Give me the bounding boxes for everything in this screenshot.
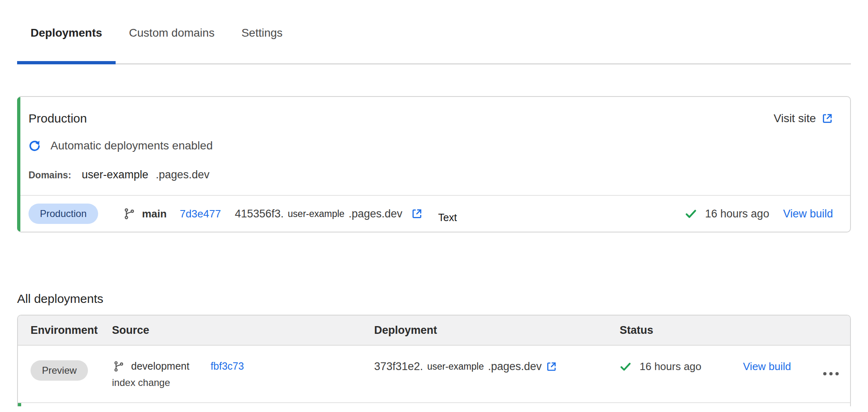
git-branch-icon: [113, 361, 125, 372]
row-menu-button[interactable]: [822, 371, 840, 378]
deploy-time: 16 hours ago: [640, 360, 701, 373]
external-link-icon: [411, 208, 423, 219]
view-build-link[interactable]: View build: [783, 208, 833, 220]
column-deployment: Deployment: [374, 324, 620, 337]
commit-link[interactable]: fbf3c73: [210, 360, 244, 372]
production-card: Production Visit site Automat: [17, 96, 851, 232]
column-source: Source: [112, 324, 374, 337]
production-card-top: Production Visit site Automat: [17, 97, 850, 195]
deployment-url-suffix: .pages.dev: [488, 360, 541, 373]
refresh-icon: [28, 140, 41, 152]
column-status: Status: [620, 324, 850, 337]
deployment-url-name: user-example: [288, 208, 344, 219]
deployment-url-name: user-example: [427, 361, 484, 372]
deploy-time: 16 hours ago: [705, 208, 769, 220]
environment-badge: Production: [28, 204, 98, 224]
view-build-link[interactable]: View build: [743, 360, 791, 373]
tab-deployments[interactable]: Deployments: [17, 0, 116, 64]
column-environment: Environment: [31, 324, 112, 337]
deployment-url-suffix: .pages.dev: [349, 208, 402, 220]
external-link-icon: [546, 361, 557, 372]
commit-message: index change: [112, 377, 374, 388]
external-link-icon: [822, 113, 833, 124]
domain-suffix: .pages.dev: [156, 169, 209, 181]
deployment-url-prefix: 415356f3.: [235, 208, 284, 220]
visit-site-label: Visit site: [774, 112, 816, 125]
tab-custom-domains[interactable]: Custom domains: [116, 0, 228, 64]
check-icon: [685, 208, 697, 220]
commit-link[interactable]: 7d3e477: [180, 208, 221, 220]
deployment-url[interactable]: 373f31e2. user-example .pages.dev: [374, 360, 620, 373]
visit-site-link[interactable]: Visit site: [774, 112, 833, 125]
production-card-title: Production: [28, 112, 87, 125]
deployment-url-prefix: 373f31e2.: [374, 360, 423, 373]
deployments-table: Environment Source Deployment Status Pre…: [17, 315, 851, 406]
git-branch-icon: [123, 208, 136, 220]
production-deployment-row: Production main 7d3e477 415356f3. user-e…: [17, 195, 850, 232]
deployment-url[interactable]: 415356f3. user-example .pages.dev: [235, 208, 423, 220]
auto-deploy-text: Automatic deployments enabled: [50, 139, 213, 152]
all-deployments-heading: All deployments: [17, 292, 851, 306]
tab-settings[interactable]: Settings: [228, 0, 296, 64]
note-text: Text: [438, 212, 457, 224]
next-row-partial: [18, 403, 850, 406]
tab-bar: Deployments Custom domains Settings: [17, 0, 851, 64]
table-row: Preview development fbf3c73 index change: [18, 346, 850, 403]
branch-name: main: [142, 208, 167, 220]
production-accent-bar: [18, 403, 21, 406]
branch-name: development: [131, 360, 189, 372]
domain-name: user-example: [82, 169, 149, 181]
table-header: Environment Source Deployment Status: [18, 316, 850, 346]
ellipsis-menu-icon: [822, 371, 840, 377]
domains-label: Domains:: [28, 170, 71, 181]
check-icon: [620, 361, 631, 373]
environment-badge: Preview: [31, 360, 88, 381]
